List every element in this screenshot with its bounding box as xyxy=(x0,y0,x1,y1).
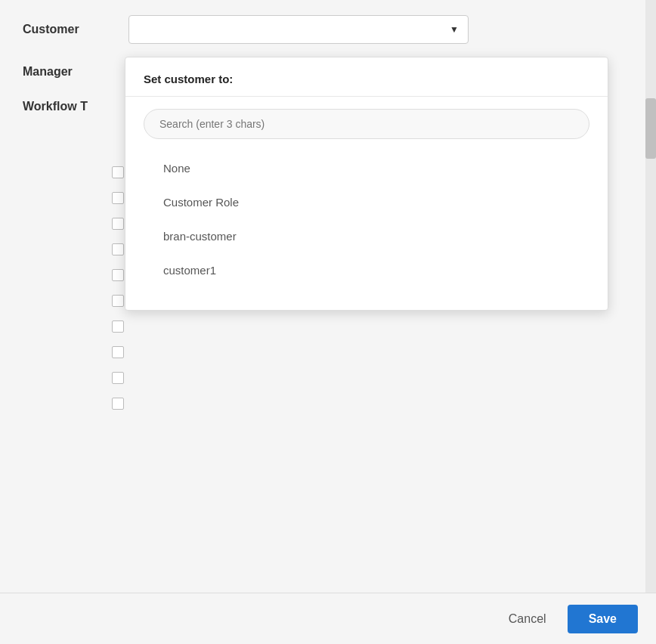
checkbox-7[interactable] xyxy=(112,320,124,333)
checkbox-2[interactable] xyxy=(112,192,124,204)
options-list: None Customer Role bran-customer custome… xyxy=(125,151,608,287)
checkbox-10[interactable] xyxy=(112,398,124,410)
checkbox-9[interactable] xyxy=(112,372,124,384)
customer-label: Customer xyxy=(23,23,113,36)
scrollbar-thumb[interactable] xyxy=(645,98,656,159)
option-none[interactable]: None xyxy=(125,151,608,185)
option-customer1[interactable]: customer1 xyxy=(125,253,608,287)
checkbox-8[interactable] xyxy=(112,346,124,358)
option-bran-customer[interactable]: bran-customer xyxy=(125,219,608,253)
customer-row: Customer ▼ xyxy=(23,15,633,44)
chevron-down-icon: ▼ xyxy=(450,24,459,35)
search-input[interactable] xyxy=(144,109,589,139)
checkbox-3[interactable] xyxy=(112,218,124,230)
customer-select[interactable]: ▼ xyxy=(128,15,469,44)
workflow-label: Workflow T xyxy=(23,100,113,113)
checkbox-5[interactable] xyxy=(112,269,124,281)
footer-bar: Cancel Save xyxy=(0,593,656,644)
option-customer-role[interactable]: Customer Role xyxy=(125,185,608,219)
checkboxes-column xyxy=(112,166,124,410)
dropdown-title: Set customer to: xyxy=(125,73,608,97)
search-container xyxy=(125,109,608,151)
scrollbar[interactable] xyxy=(645,0,656,644)
checkbox-6[interactable] xyxy=(112,295,124,307)
page-container: Customer ▼ Manager Workflow T xyxy=(0,0,656,644)
checkbox-1[interactable] xyxy=(112,166,124,178)
cancel-button[interactable]: Cancel xyxy=(497,606,559,632)
customer-dropdown-panel: Set customer to: None Customer Role bran… xyxy=(125,57,608,311)
save-button[interactable]: Save xyxy=(568,605,638,633)
checkbox-4[interactable] xyxy=(112,243,124,255)
manager-label: Manager xyxy=(23,65,113,79)
